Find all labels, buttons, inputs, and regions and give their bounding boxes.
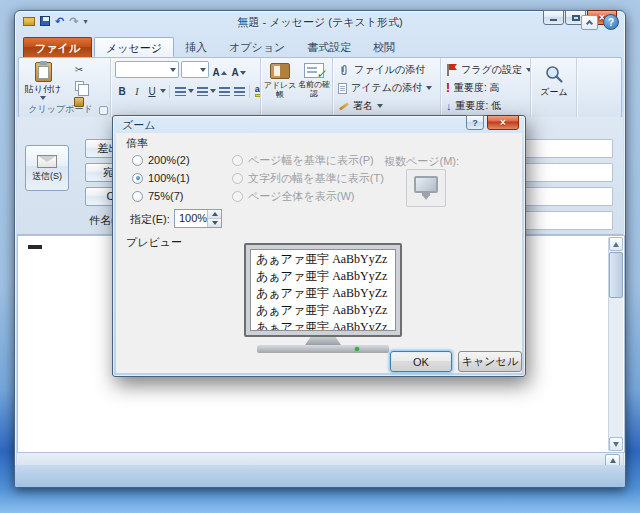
check-names-button[interactable]: ✓ 名前の確認 [297, 61, 331, 115]
ribbon-tab-row: ファイル メッセージ 挿入 オプション 書式設定 校閲 [17, 35, 623, 57]
zoom-group: ズーム [531, 58, 577, 117]
fit-options: ページ幅を基準に表示(P) 文字列の幅を基準に表示(T) ページ全体を表示(W) [232, 151, 384, 205]
importance-high-icon: ! [446, 82, 450, 94]
magnification-label: 倍率 [126, 136, 148, 151]
copy-button[interactable] [69, 78, 89, 93]
chevron-down-icon[interactable] [188, 89, 194, 93]
tab-message[interactable]: メッセージ [94, 37, 174, 57]
check-names-label: 名前の確認 [297, 80, 331, 98]
cancel-button[interactable]: キャンセル [458, 351, 522, 372]
cut-button[interactable]: ✂ [69, 62, 89, 77]
paste-label: 貼り付け [25, 84, 61, 94]
indent-right-icon [234, 87, 245, 96]
radio-200-percent[interactable]: 200%(2) [132, 151, 190, 169]
monitor-base [257, 345, 389, 353]
importance-low-button[interactable]: ↓ 重要度: 低 [446, 98, 501, 114]
radio-100-percent[interactable]: 100%(1) [132, 169, 190, 187]
italic-button[interactable]: I [130, 83, 144, 99]
text-width-label: 文字列の幅を基準に表示(T) [248, 171, 384, 186]
font-size-combo[interactable] [181, 61, 209, 78]
shrink-font-button[interactable]: A [230, 62, 247, 78]
help-icon[interactable]: ? [603, 14, 619, 30]
chevron-down-icon [200, 68, 206, 72]
save-icon[interactable] [40, 16, 50, 26]
monitor-screen: あぁアァ亜宇 AaBbYyZz あぁアァ亜宇 AaBbYyZz あぁアァ亜宇 A… [244, 243, 402, 337]
radio-text-width: 文字列の幅を基準に表示(T) [232, 169, 384, 187]
attach-item-button[interactable]: アイテムの添付 [338, 80, 432, 96]
body-text-mark [28, 245, 42, 249]
font-name-combo[interactable] [115, 61, 179, 78]
dialog-close-button[interactable]: × [487, 115, 519, 130]
redo-icon[interactable]: ↷ [69, 15, 78, 28]
importance-high-button[interactable]: ! 重要度: 高 [446, 80, 500, 96]
copy-icon [75, 81, 84, 91]
names-group: アドレス帳 ✓ 名前の確認 [261, 58, 333, 117]
quick-access-toolbar[interactable]: ↶ ↷ ▾ [23, 14, 87, 28]
radio-whole-page: ページ全体を表示(W) [232, 187, 384, 205]
chevron-down-icon[interactable] [160, 89, 166, 93]
ok-button[interactable]: OK [390, 351, 452, 372]
underline-button[interactable]: U [145, 83, 159, 99]
tab-insert[interactable]: 挿入 [174, 37, 218, 57]
zoom-button[interactable]: ズーム [535, 61, 573, 115]
chevron-down-icon [40, 96, 46, 100]
radio-disabled-icon [232, 155, 243, 166]
highlight-color-button[interactable]: ab [253, 83, 261, 99]
decrease-indent-button[interactable] [217, 83, 231, 99]
qat-customize-chevron-icon[interactable]: ▾ [83, 15, 87, 28]
tab-options[interactable]: オプション [218, 37, 296, 57]
zoom-dialog: ズーム ? × 倍率 200%(2) 100%(1) 75%(7) ページ幅を基… [112, 115, 526, 377]
numbering-button[interactable] [195, 83, 209, 99]
paste-icon [35, 62, 52, 82]
tab-format-text[interactable]: 書式設定 [296, 37, 362, 57]
arrow-down-icon [240, 71, 246, 75]
minimize-ribbon-button[interactable] [581, 15, 598, 30]
radio-disabled-icon [232, 173, 243, 184]
send-button[interactable]: 送信(S) [25, 145, 69, 191]
chevron-down-icon[interactable] [210, 89, 216, 93]
spin-down-button[interactable] [208, 219, 221, 227]
dialog-help-button[interactable]: ? [466, 115, 484, 130]
signature-button[interactable]: 署名 [338, 98, 383, 114]
attach-file-button[interactable]: ファイルの添付 [338, 62, 425, 78]
clipboard-group-label: クリップボード [19, 103, 102, 116]
vertical-scrollbar[interactable] [608, 237, 623, 451]
dialog-launcher-icon[interactable] [99, 106, 108, 115]
zoom-options: 200%(2) 100%(1) 75%(7) [132, 151, 190, 205]
check-mark-icon: ✓ [316, 67, 326, 81]
chevron-down-icon [377, 104, 383, 108]
scroll-down-button[interactable] [609, 437, 623, 451]
tab-file[interactable]: ファイル [23, 37, 92, 57]
ribbon: 貼り付け ✂ クリップボード A A B I U [18, 57, 622, 118]
radio-75-percent[interactable]: 75%(7) [132, 187, 190, 205]
minimize-button[interactable] [543, 10, 564, 25]
address-book-label: アドレス帳 [263, 81, 297, 99]
chevron-down-icon [170, 68, 176, 72]
window-footer [15, 465, 625, 487]
bullet-list-icon [175, 87, 186, 96]
bullets-button[interactable] [173, 83, 187, 99]
address-book-button[interactable]: アドレス帳 [263, 61, 297, 115]
increase-indent-button[interactable] [232, 83, 246, 99]
percent-spinner[interactable]: 100% [174, 209, 222, 228]
bold-button[interactable]: B [115, 83, 129, 99]
radio-selected-icon [132, 173, 143, 184]
preview-label: プレビュー [126, 235, 182, 250]
arrow-down-icon [613, 442, 619, 447]
radio-100-label: 100%(1) [148, 172, 190, 184]
paste-button[interactable]: 貼り付け [23, 61, 63, 109]
scroll-up-button[interactable] [609, 237, 623, 251]
scrollbar-thumb[interactable] [609, 252, 623, 298]
spin-up-button[interactable] [208, 210, 221, 219]
importance-low-label: 重要度: 低 [456, 99, 502, 113]
arrow-up-icon [221, 71, 227, 75]
chevron-down-icon [426, 86, 432, 90]
arrow-up-icon [613, 242, 619, 247]
radio-icon [132, 155, 143, 166]
follow-up-flag-button[interactable]: フラグの設定 [446, 62, 531, 78]
tab-review[interactable]: 校閲 [362, 37, 406, 57]
undo-icon[interactable]: ↶ [55, 15, 64, 28]
grow-font-button[interactable]: A [211, 62, 228, 78]
power-led-icon [355, 347, 359, 351]
send-label: 送信(S) [32, 171, 62, 181]
